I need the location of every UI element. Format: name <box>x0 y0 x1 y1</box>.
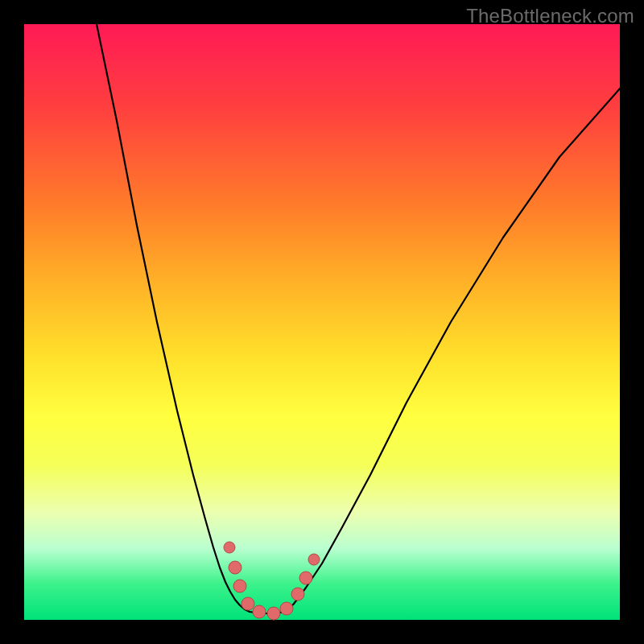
bead-marker <box>299 572 312 584</box>
bead-marker <box>224 542 235 553</box>
bead-marker <box>229 561 242 574</box>
bead-marker <box>233 580 246 592</box>
bead-marker <box>291 588 304 601</box>
plot-area <box>24 24 620 620</box>
bead-marker <box>308 554 320 565</box>
bead-marker <box>242 597 254 610</box>
bead-marker <box>280 602 293 615</box>
bead-marker <box>267 607 280 620</box>
curve-beads <box>224 542 320 620</box>
chart-frame: TheBottleneck.com <box>0 0 644 644</box>
curve-svg <box>24 24 620 620</box>
bottleneck-curve <box>97 24 620 613</box>
bead-marker <box>253 605 266 618</box>
